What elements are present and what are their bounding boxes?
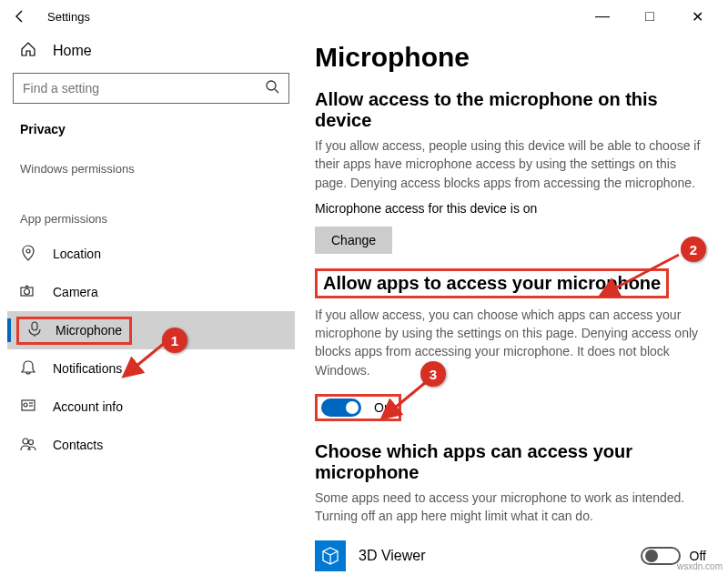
back-arrow-icon [13,9,27,24]
svg-line-12 [126,342,166,375]
contacts-icon [20,436,36,455]
svg-point-2 [26,249,30,253]
microphone-icon [26,321,43,340]
allow-device-heading: Allow access to the microphone on this d… [315,89,706,131]
nav-label: Contacts [53,438,103,452]
nav-label: Camera [53,285,98,299]
nav-label: Microphone [56,323,122,338]
nav-label: Location [53,247,101,261]
maximize-button[interactable]: □ [633,4,666,29]
home-label: Home [53,43,92,59]
allow-device-desc: If you allow access, people using this d… [315,136,706,192]
close-icon: ✕ [692,8,703,25]
search-icon [265,79,279,97]
allow-apps-desc: If you allow access, you can choose whic… [315,306,706,379]
svg-line-14 [384,382,426,417]
sidebar-item-camera[interactable]: Camera [7,273,295,311]
section-app-permissions: App permissions [7,185,295,235]
annotation-badge-1: 1 [162,328,187,353]
choose-apps-desc: Some apps need to access your microphone… [315,489,706,526]
svg-line-1 [275,89,278,93]
sidebar-category: Privacy [7,116,295,142]
titlebar: Settings — □ ✕ [0,0,728,33]
section-windows-permissions: Windows permissions [7,142,295,185]
app-3dviewer-toggle[interactable] [641,547,681,565]
annotation-arrow-3 [377,378,433,426]
search-box[interactable] [13,73,289,104]
window-title: Settings [47,10,90,24]
annotation-badge-2: 2 [681,237,706,262]
app-row-3dviewer: 3D Viewer Off [315,535,706,575]
sidebar: Home Privacy Windows permissions App per… [0,33,302,575]
change-button[interactable]: Change [315,227,392,254]
svg-point-10 [23,439,28,444]
nav-label: Notifications [53,361,122,376]
close-button[interactable]: ✕ [681,4,713,29]
home-icon [20,41,36,61]
nav-label: Account info [53,399,123,414]
svg-point-4 [25,288,30,294]
sidebar-item-account[interactable]: Account info [7,388,295,426]
account-icon [20,398,36,417]
svg-point-0 [267,81,276,90]
window-controls: — □ ✕ [586,4,721,29]
watermark: wsxdn.com [677,561,723,571]
app-3dviewer-icon [315,540,346,571]
annotation-badge-3: 3 [420,361,446,387]
annotation-arrow-2 [595,251,686,306]
minimize-button[interactable]: — [586,4,619,29]
camera-icon [20,283,36,302]
sidebar-item-location[interactable]: Location [7,235,295,273]
choose-apps-heading: Choose which apps can access your microp… [315,441,706,483]
device-access-status: Microphone access for this device is on [315,201,706,216]
location-icon [20,245,36,264]
sidebar-home[interactable]: Home [7,33,295,69]
allow-apps-toggle[interactable] [321,398,361,417]
svg-line-13 [602,255,679,295]
svg-rect-5 [32,322,37,330]
maximize-icon: □ [645,8,654,25]
page-title: Microphone [315,42,706,73]
svg-point-7 [24,403,27,407]
minimize-icon: — [595,8,610,25]
app-name: 3D Viewer [359,548,426,564]
svg-point-11 [29,439,34,444]
bell-icon [20,359,36,378]
sidebar-item-contacts[interactable]: Contacts [7,426,295,464]
back-button[interactable] [7,4,33,29]
search-input[interactable] [23,81,265,96]
